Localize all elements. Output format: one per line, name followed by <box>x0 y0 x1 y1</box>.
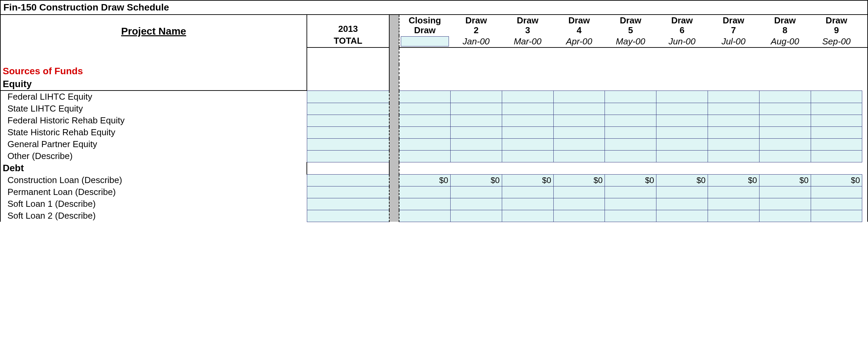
equity-total-cell[interactable] <box>307 150 389 162</box>
equity-draw-cell[interactable] <box>605 103 656 115</box>
equity-draw-cell[interactable] <box>759 103 811 115</box>
equity-draw-cell[interactable] <box>708 115 759 126</box>
debt-total-cell[interactable] <box>307 198 389 210</box>
equity-draw-cell[interactable] <box>399 91 451 103</box>
equity-draw-cell[interactable] <box>399 150 451 162</box>
debt-draw-cell[interactable]: $0 <box>605 174 656 186</box>
equity-draw-cell[interactable] <box>502 138 553 150</box>
equity-draw-cell[interactable] <box>811 138 862 150</box>
debt-draw-cell[interactable] <box>553 198 605 210</box>
equity-draw-cell[interactable] <box>811 91 862 103</box>
equity-draw-cell[interactable] <box>553 126 605 138</box>
debt-draw-cell[interactable]: $0 <box>450 174 502 186</box>
equity-draw-cell[interactable] <box>399 126 451 138</box>
equity-draw-cell[interactable] <box>450 150 502 162</box>
debt-draw-cell[interactable] <box>502 210 553 222</box>
equity-draw-cell[interactable] <box>656 138 708 150</box>
debt-draw-cell[interactable] <box>656 186 708 198</box>
debt-draw-cell[interactable] <box>811 198 862 210</box>
equity-draw-cell[interactable] <box>450 126 502 138</box>
debt-draw-cell[interactable] <box>605 210 656 222</box>
equity-draw-cell[interactable] <box>502 91 553 103</box>
equity-draw-cell[interactable] <box>605 150 656 162</box>
debt-total-cell[interactable] <box>307 210 389 222</box>
equity-draw-cell[interactable] <box>708 91 759 103</box>
debt-draw-cell[interactable] <box>759 198 811 210</box>
debt-draw-cell[interactable]: $0 <box>656 174 708 186</box>
equity-draw-cell[interactable] <box>553 138 605 150</box>
debt-draw-cell[interactable]: $0 <box>759 174 811 186</box>
equity-draw-cell[interactable] <box>450 115 502 126</box>
equity-draw-cell[interactable] <box>811 103 862 115</box>
debt-draw-cell[interactable] <box>502 198 553 210</box>
equity-draw-cell[interactable] <box>399 103 451 115</box>
equity-draw-cell[interactable] <box>811 126 862 138</box>
equity-draw-cell[interactable] <box>502 103 553 115</box>
equity-total-cell[interactable] <box>307 138 389 150</box>
debt-draw-cell[interactable]: $0 <box>502 174 553 186</box>
debt-draw-cell[interactable]: $0 <box>399 174 451 186</box>
equity-draw-cell[interactable] <box>553 115 605 126</box>
debt-draw-cell[interactable] <box>759 186 811 198</box>
debt-draw-cell[interactable] <box>708 198 759 210</box>
debt-draw-cell[interactable]: $0 <box>811 174 862 186</box>
equity-draw-cell[interactable] <box>399 115 451 126</box>
equity-draw-cell[interactable] <box>656 91 708 103</box>
equity-draw-cell[interactable] <box>708 150 759 162</box>
equity-draw-cell[interactable] <box>656 103 708 115</box>
debt-draw-cell[interactable] <box>399 210 451 222</box>
debt-draw-cell[interactable] <box>399 186 451 198</box>
equity-draw-cell[interactable] <box>708 126 759 138</box>
equity-total-cell[interactable] <box>307 115 389 126</box>
debt-draw-cell[interactable] <box>450 198 502 210</box>
equity-draw-cell[interactable] <box>450 138 502 150</box>
debt-draw-cell[interactable] <box>656 198 708 210</box>
equity-draw-cell[interactable] <box>502 150 553 162</box>
equity-draw-cell[interactable] <box>759 138 811 150</box>
equity-draw-cell[interactable] <box>450 103 502 115</box>
debt-draw-cell[interactable] <box>605 198 656 210</box>
debt-draw-cell[interactable] <box>759 210 811 222</box>
debt-draw-cell[interactable]: $0 <box>708 174 759 186</box>
equity-draw-cell[interactable] <box>399 138 451 150</box>
equity-total-cell[interactable] <box>307 91 389 103</box>
equity-draw-cell[interactable] <box>502 115 553 126</box>
equity-draw-cell[interactable] <box>759 150 811 162</box>
closing-date-cell[interactable] <box>399 36 451 47</box>
debt-draw-cell[interactable] <box>553 186 605 198</box>
debt-draw-cell[interactable]: $0 <box>553 174 605 186</box>
equity-draw-cell[interactable] <box>450 91 502 103</box>
equity-draw-cell[interactable] <box>656 150 708 162</box>
equity-draw-cell[interactable] <box>553 150 605 162</box>
debt-draw-cell[interactable] <box>553 210 605 222</box>
equity-draw-cell[interactable] <box>656 126 708 138</box>
equity-draw-cell[interactable] <box>811 115 862 126</box>
equity-draw-cell[interactable] <box>605 115 656 126</box>
equity-draw-cell[interactable] <box>605 126 656 138</box>
equity-draw-cell[interactable] <box>759 126 811 138</box>
equity-total-cell[interactable] <box>307 126 389 138</box>
equity-draw-cell[interactable] <box>553 91 605 103</box>
debt-draw-cell[interactable] <box>450 186 502 198</box>
debt-total-cell[interactable] <box>307 174 389 186</box>
debt-draw-cell[interactable] <box>605 186 656 198</box>
equity-draw-cell[interactable] <box>656 115 708 126</box>
debt-draw-cell[interactable] <box>708 210 759 222</box>
equity-draw-cell[interactable] <box>553 103 605 115</box>
equity-draw-cell[interactable] <box>605 138 656 150</box>
debt-draw-cell[interactable] <box>502 186 553 198</box>
debt-draw-cell[interactable] <box>399 198 451 210</box>
equity-draw-cell[interactable] <box>811 150 862 162</box>
equity-draw-cell[interactable] <box>502 126 553 138</box>
debt-draw-cell[interactable] <box>811 210 862 222</box>
debt-draw-cell[interactable] <box>656 210 708 222</box>
debt-draw-cell[interactable] <box>811 186 862 198</box>
equity-draw-cell[interactable] <box>708 103 759 115</box>
debt-draw-cell[interactable] <box>450 210 502 222</box>
debt-draw-cell[interactable] <box>708 186 759 198</box>
equity-total-cell[interactable] <box>307 103 389 115</box>
equity-draw-cell[interactable] <box>759 115 811 126</box>
equity-draw-cell[interactable] <box>708 138 759 150</box>
debt-total-cell[interactable] <box>307 186 389 198</box>
equity-draw-cell[interactable] <box>605 91 656 103</box>
